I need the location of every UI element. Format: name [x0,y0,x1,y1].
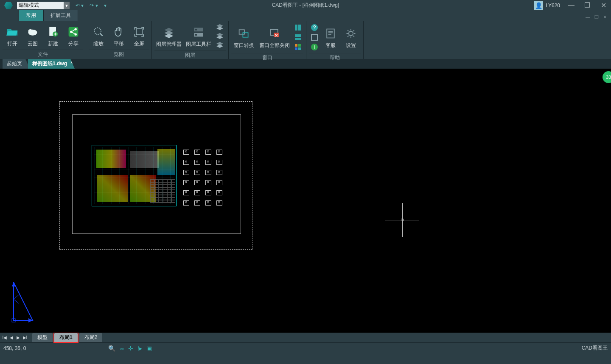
close-tab-icon[interactable]: × [70,60,73,65]
layout-tab-layout1[interactable]: 布局1 [54,333,78,342]
window-switch-button[interactable]: 窗口转换 [231,25,257,51]
svg-point-1 [28,29,33,33]
settings-button[interactable]: 设置 [341,25,361,51]
layout-tab-model[interactable]: 模型 [32,333,53,342]
layer-quick-1[interactable] [216,24,224,32]
ribbon-group-layer: 图层管理器 图层工具栏 图层 [152,21,229,59]
window-controls: — ❐ ✕ [566,1,608,9]
open-button[interactable]: 打开 [3,23,22,49]
close-button[interactable]: ✕ [598,1,608,9]
ribbon-group-title: 窗口 [231,53,303,62]
cloud-button[interactable]: 云图 [23,23,42,49]
product-name: CAD看图王 [582,345,608,352]
maximize-button[interactable]: ❐ [582,1,592,9]
layout-tabs-row: I◀ ◀ ▶ ▶I 模型 布局1 布局2 [0,333,611,342]
headset-icon [324,27,337,40]
redo-button[interactable]: ↷ ▾ [88,3,99,8]
layout-last-button[interactable]: ▶I [22,335,28,340]
layer-quick-3[interactable] [216,42,224,50]
new-button[interactable]: 新建 [43,23,63,49]
status-crosshair-icon[interactable]: ✛ [128,345,133,352]
mdi-close-button[interactable]: ✕ [603,14,607,20]
window-switch-icon [237,27,251,40]
status-zoom-icon[interactable]: 🔍 [108,345,115,352]
titlebar: 编辑模式 ▾ ↶ ▾ ↷ ▾ ▾ CAD看图王 - [样例图纸1.dwg] 👤 … [0,0,611,11]
layer-quick-2[interactable] [216,33,224,41]
ribbon-tab-extensions[interactable]: 扩展工具 [43,10,78,21]
mdi-controls: — ❐ ✕ [586,14,607,20]
mode-combobox[interactable]: 编辑模式 [17,2,64,9]
svg-point-32 [349,31,353,36]
minimize-button[interactable]: — [566,1,576,9]
user-area[interactable]: 👤 LY620 [534,1,560,10]
status-divider-icon[interactable]: ⁞▸ [137,345,142,352]
svg-rect-22 [295,44,297,47]
layer-quick-buttons [214,23,226,50]
close-all-windows-button[interactable]: 窗口全部关闭 [258,25,291,51]
window-quick-3[interactable] [294,43,302,52]
share-icon [67,25,80,39]
app-logo[interactable] [0,0,17,11]
svg-rect-15 [243,33,248,37]
doc-tab-start[interactable]: 起始页 [3,59,30,69]
fullscreen-button[interactable]: 全屏 [129,23,149,49]
ribbon: 打开 云图 新建 分享 文件 [0,21,611,59]
layout-viewport[interactable] [92,145,177,206]
drawing-canvas[interactable]: 33 [0,69,611,333]
notification-badge[interactable]: 33 [603,71,611,83]
layer-manager-button[interactable]: 图层管理器 [154,24,183,50]
svg-text:i: i [314,44,315,50]
undo-button[interactable]: ↶ ▾ [74,3,85,8]
help-quick-2[interactable] [311,33,318,42]
zoom-icon [92,25,105,39]
svg-rect-21 [295,38,301,40]
customer-service-button[interactable]: 客服 [321,25,340,51]
svg-rect-25 [298,47,301,50]
svg-rect-23 [298,44,301,47]
mode-label: 编辑模式 [19,2,39,9]
svg-rect-19 [298,25,301,31]
ribbon-tabs: 常用 扩展工具 — ❐ ✕ [0,11,611,21]
new-file-icon [46,25,60,39]
cursor-crosshair [402,220,403,220]
drawing-content [94,147,174,204]
svg-rect-9 [136,29,142,35]
ucs-icon [9,276,43,322]
window-quick-buttons [292,23,303,53]
layer-toolbar-button[interactable]: 图层工具栏 [184,24,213,50]
ribbon-group-view: 缩放 平移 全屏 览图 [86,21,152,59]
quick-access-toolbar: ↶ ▾ ↷ ▾ ▾ [74,3,108,8]
doc-tab-file[interactable]: 样例图纸1.dwg × [28,59,75,69]
window-quick-1[interactable] [294,24,302,33]
share-button[interactable]: 分享 [64,23,83,49]
coordinates-readout: 458, 36, 0 [3,345,26,351]
ribbon-group-title: 文件 [3,50,83,59]
symbol-legend-grid [183,150,223,207]
window-quick-2[interactable] [294,33,302,42]
mode-dropdown-button[interactable]: ▾ [64,2,70,9]
layout-prev-button[interactable]: ◀ [8,335,14,340]
layout-first-button[interactable]: I◀ [2,335,8,340]
ribbon-group-title: 览图 [89,50,149,59]
mdi-minimize-button[interactable]: — [586,14,590,20]
pan-button[interactable]: 平移 [109,23,129,49]
help-quick-buttons: ? i [309,23,320,53]
help-quick-3[interactable]: i [311,43,318,52]
zoom-button[interactable]: 缩放 [89,23,108,49]
layout-tab-layout2[interactable]: 布局2 [79,333,103,342]
svg-rect-13 [195,34,197,36]
folder-open-icon [6,25,19,39]
close-all-icon [268,27,281,40]
qat-more-button[interactable]: ▾ [102,3,108,8]
svg-rect-18 [295,25,297,31]
gear-icon [344,27,358,40]
ribbon-tab-common[interactable]: 常用 [19,10,43,21]
help-quick-1[interactable]: ? [311,24,318,33]
window-title: CAD看图王 - [样例图纸1.dwg] [272,2,339,9]
status-snap-icon[interactable]: ▫▫ [120,345,124,352]
layout-next-button[interactable]: ▶ [15,335,21,340]
mdi-restore-button[interactable]: ❐ [594,14,599,20]
highlight-annotation: 布局1 [53,332,78,343]
status-extents-icon[interactable]: ▣ [146,345,152,352]
layer-toolbar-icon [192,25,205,39]
